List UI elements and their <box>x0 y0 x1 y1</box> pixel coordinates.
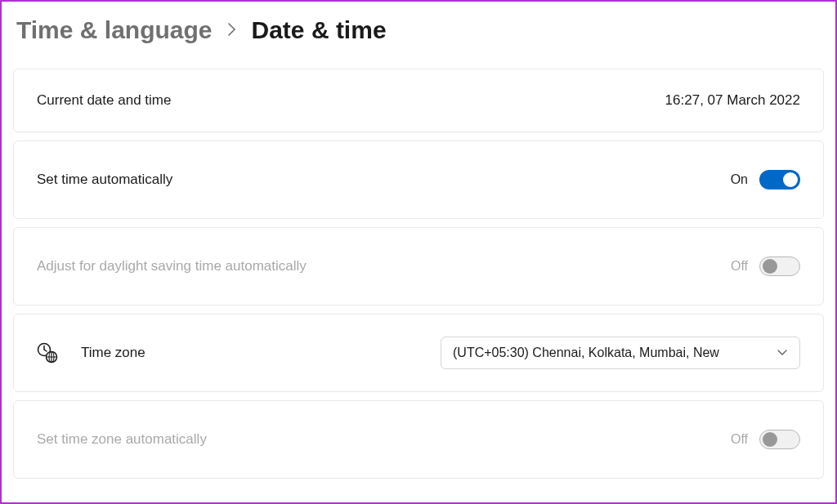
row-time-zone: Time zone (UTC+05:30) Chennai, Kolkata, … <box>13 314 824 392</box>
current-datetime-label: Current date and time <box>37 92 171 109</box>
dst-auto-state: Off <box>731 259 748 274</box>
page-title: Date & time <box>252 16 387 44</box>
chevron-down-icon <box>777 346 788 360</box>
chevron-right-icon <box>227 20 237 41</box>
breadcrumb-parent[interactable]: Time & language <box>16 16 213 44</box>
clock-globe-icon <box>37 342 58 364</box>
dst-auto-toggle <box>759 256 800 276</box>
row-set-tz-automatically: Set time zone automatically Off <box>13 400 824 479</box>
row-dst-auto: Adjust for daylight saving time automati… <box>13 227 824 306</box>
set-tz-auto-label: Set time zone automatically <box>37 431 207 448</box>
set-tz-auto-state: Off <box>731 432 748 447</box>
time-zone-label: Time zone <box>81 345 145 361</box>
time-zone-selected: (UTC+05:30) Chennai, Kolkata, Mumbai, Ne… <box>453 346 765 360</box>
dst-auto-label: Adjust for daylight saving time automati… <box>37 258 307 274</box>
breadcrumb: Time & language Date & time <box>13 16 824 44</box>
current-datetime-value: 16:27, 07 March 2022 <box>665 92 800 109</box>
row-current-datetime: Current date and time 16:27, 07 March 20… <box>13 69 824 132</box>
set-time-auto-label: Set time automatically <box>37 172 172 188</box>
row-set-time-automatically: Set time automatically On <box>13 140 824 219</box>
set-time-auto-toggle[interactable] <box>759 170 800 190</box>
time-zone-dropdown[interactable]: (UTC+05:30) Chennai, Kolkata, Mumbai, Ne… <box>441 337 800 369</box>
set-tz-auto-toggle <box>759 430 800 449</box>
set-time-auto-state: On <box>731 172 748 187</box>
